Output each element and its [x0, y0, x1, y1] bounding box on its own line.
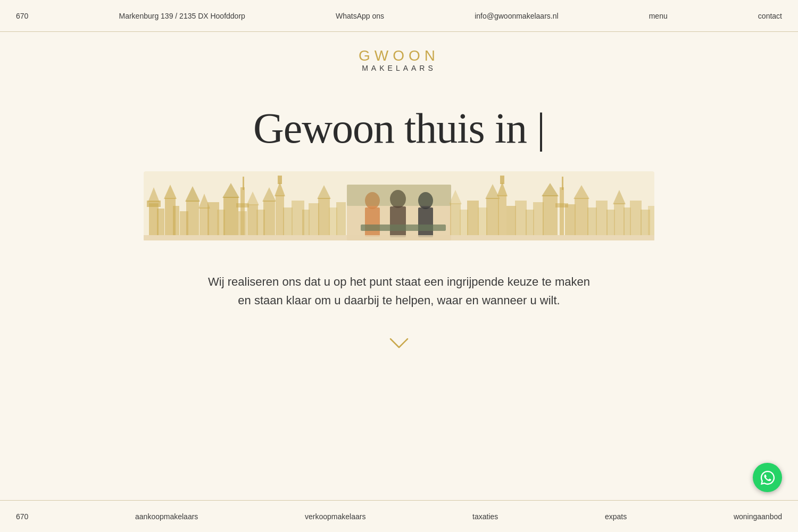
svg-rect-71	[614, 203, 625, 235]
description-line2: en staan klaar om u daarbij te helpen, w…	[208, 291, 590, 310]
svg-rect-50	[478, 207, 487, 235]
chevron-down-icon[interactable]	[388, 337, 410, 350]
logo-makelaars: MAKELAARS	[362, 64, 436, 72]
top-nav-contact[interactable]: contact	[758, 12, 782, 20]
svg-rect-46	[450, 203, 461, 235]
svg-rect-74	[630, 201, 642, 235]
svg-rect-35	[329, 207, 337, 235]
svg-rect-48	[460, 210, 468, 235]
description-section: Wij realiseren ons dat u op het punt sta…	[208, 262, 590, 326]
svg-rect-15	[223, 197, 238, 235]
svg-rect-73	[624, 207, 631, 235]
logo[interactable]: GWOON MAKELAARS	[359, 48, 439, 72]
svg-rect-53	[498, 195, 506, 235]
svg-rect-49	[467, 201, 479, 235]
svg-rect-66	[575, 198, 588, 235]
svg-rect-45	[347, 185, 451, 206]
bottom-nav-aankoop[interactable]: aankoopmakelaars	[135, 512, 198, 521]
svg-rect-76	[648, 206, 654, 235]
bottom-nav-verkoop[interactable]: verkoopmakelaars	[305, 512, 365, 521]
logo-gwoon: GWOON	[359, 48, 439, 64]
logo-section: GWOON MAKELAARS	[359, 32, 439, 83]
svg-rect-69	[596, 201, 608, 235]
whatsapp-icon	[760, 470, 776, 486]
top-nav-menu[interactable]: menu	[649, 12, 668, 20]
svg-rect-43	[418, 207, 433, 237]
svg-rect-41	[390, 206, 406, 237]
svg-rect-51	[486, 198, 499, 235]
svg-rect-58	[526, 210, 534, 235]
svg-rect-56	[506, 206, 516, 235]
top-nav-whatsapp[interactable]: WhatsApp ons	[336, 12, 384, 20]
svg-rect-20	[243, 177, 244, 190]
svg-rect-28	[278, 176, 282, 184]
svg-rect-33	[318, 198, 330, 235]
bottom-nav: 670 aankoopmakelaars verkoopmakelaars ta…	[0, 500, 798, 532]
top-nav-email[interactable]: info@gwoonmakelaars.nl	[475, 12, 558, 20]
svg-rect-32	[309, 203, 319, 235]
hero-title: Gewoon thuis in |	[253, 104, 545, 153]
svg-rect-31	[302, 210, 310, 235]
svg-rect-44	[361, 225, 446, 231]
svg-rect-9	[186, 201, 199, 235]
svg-rect-24	[263, 201, 275, 235]
main-content: GWOON MAKELAARS Gewoon thuis in |	[0, 32, 798, 377]
bottom-nav-phone[interactable]: 670	[16, 512, 28, 521]
chevron-section[interactable]	[388, 326, 410, 361]
svg-rect-64	[562, 177, 563, 190]
svg-rect-65	[565, 204, 576, 235]
city-panorama	[144, 171, 654, 240]
bottom-nav-expats[interactable]: expats	[605, 512, 627, 521]
svg-rect-77	[144, 235, 654, 240]
svg-rect-59	[533, 202, 544, 235]
top-nav-address: Markenburg 139 / 2135 DX Hoofddorp	[119, 12, 245, 20]
svg-rect-26	[276, 195, 284, 235]
whatsapp-fab-button[interactable]	[753, 463, 782, 492]
svg-rect-57	[515, 201, 527, 235]
svg-rect-55	[500, 176, 504, 184]
svg-rect-62	[560, 187, 564, 235]
svg-rect-29	[283, 207, 293, 235]
svg-rect-7	[173, 206, 179, 235]
description-line1: Wij realiseren ons dat u op het punt sta…	[208, 272, 590, 291]
svg-rect-60	[543, 195, 558, 235]
hero-section: Gewoon thuis in |	[144, 83, 654, 376]
svg-rect-36	[336, 202, 346, 235]
bottom-nav-taxaties[interactable]: taxaties	[472, 512, 498, 521]
svg-rect-39	[365, 207, 380, 237]
bottom-nav-woningaanbod[interactable]: woningaanbod	[734, 512, 782, 521]
top-nav: 670 Markenburg 139 / 2135 DX Hoofddorp W…	[0, 0, 798, 32]
svg-rect-19	[238, 211, 247, 235]
top-nav-phone[interactable]: 670	[16, 12, 28, 20]
svg-rect-4	[157, 209, 164, 235]
svg-rect-68	[587, 207, 597, 235]
svg-rect-70	[606, 210, 615, 235]
